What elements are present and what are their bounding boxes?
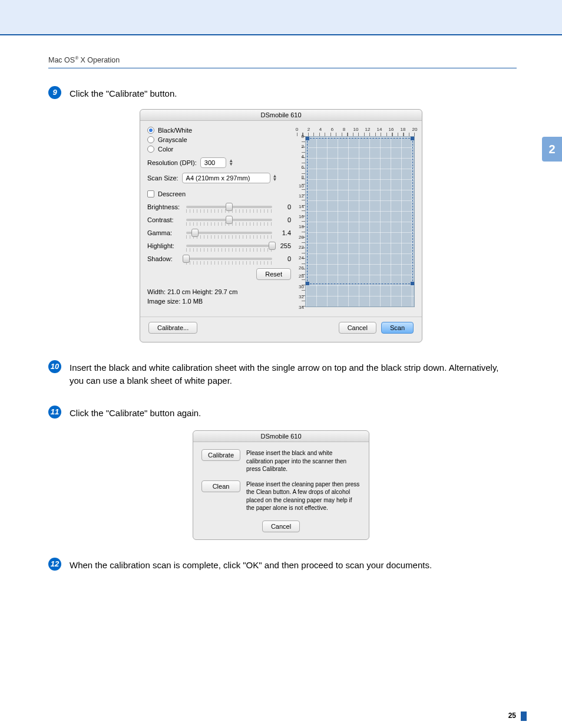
contrast-slider[interactable] — [186, 219, 272, 221]
reset-button[interactable]: Reset — [256, 268, 291, 280]
radio-color[interactable]: Color — [147, 146, 291, 153]
shadow-slider[interactable] — [186, 258, 272, 260]
calibrate-dialog-title: DSmobile 610 — [193, 431, 369, 442]
step-11-badge: 11 — [48, 406, 61, 419]
stepper-icon[interactable]: ▲▼ — [273, 174, 277, 182]
slider-thumb-icon[interactable] — [226, 203, 233, 211]
chapter-side-tab: 2 — [542, 137, 562, 162]
shadow-label: Shadow: — [147, 255, 181, 262]
top-band — [0, 0, 562, 34]
radio-grayscale[interactable]: Grayscale — [147, 136, 291, 143]
resolution-value: 300 — [204, 159, 215, 166]
step-10: 10 Insert the black and white calibratio… — [48, 360, 514, 388]
page-header: Mac OS® X Operation — [0, 35, 562, 68]
radio-bw[interactable]: Black/White — [147, 127, 291, 134]
clean-button[interactable]: Clean — [201, 480, 240, 492]
step-9-badge: 9 — [48, 86, 61, 99]
highlight-slider[interactable] — [186, 245, 272, 247]
slider-ticks-icon — [186, 261, 272, 265]
ruler-vertical: 0246810121416182022242628303234 — [297, 136, 305, 307]
step-11-text: Click the "Calibrate" button again. — [70, 406, 514, 420]
slider-ticks-icon — [186, 248, 272, 252]
scan-size-value: A4 (210mm x 297mm) — [186, 174, 250, 182]
calibrate-button[interactable]: Calibrate... — [148, 322, 197, 334]
step-10-badge: 10 — [48, 360, 61, 373]
slider-ticks-icon — [186, 235, 272, 239]
slider-thumb-icon[interactable] — [183, 255, 190, 263]
gamma-value: 1.4 — [277, 229, 291, 236]
highlight-label: Highlight: — [147, 242, 181, 249]
contrast-value: 0 — [277, 216, 291, 223]
resolution-select[interactable]: 300 — [200, 157, 226, 168]
gamma-slider[interactable] — [186, 232, 272, 234]
header-text-after: X Operation — [78, 56, 120, 64]
slider-thumb-icon[interactable] — [191, 229, 199, 237]
cancel-button[interactable]: Cancel — [339, 322, 376, 334]
radio-bw-label: Black/White — [158, 127, 192, 134]
shadow-value: 0 — [277, 255, 291, 262]
step-9-text: Click the "Calibrate" button. — [70, 86, 514, 101]
radio-icon — [147, 136, 154, 143]
step-12-text: When the calibration scan is complete, c… — [70, 558, 514, 572]
contrast-label: Contrast: — [147, 216, 181, 223]
header-underline — [48, 68, 517, 68]
selection-rect[interactable] — [307, 138, 413, 284]
step-12-badge: 12 — [48, 558, 61, 571]
radio-gray-label: Grayscale — [158, 136, 187, 143]
radio-icon — [147, 146, 154, 153]
step-12: 12 When the calibration scan is complete… — [48, 558, 514, 572]
step-10-text: Insert the black and white calibration s… — [70, 360, 514, 388]
info-width-height: Width: 21.0 cm Height: 29.7 cm — [147, 288, 291, 295]
page-number: 25 — [508, 711, 527, 721]
slider-thumb-icon[interactable] — [226, 216, 233, 224]
radio-color-label: Color — [158, 146, 173, 153]
scan-dialog-title: DSmobile 610 — [140, 110, 422, 121]
calibrate-clean-dialog: DSmobile 610 Calibrate Please insert the… — [193, 430, 369, 540]
brightness-value: 0 — [277, 203, 291, 210]
step-11: 11 Click the "Calibrate" button again. — [48, 406, 514, 420]
info-image-size: Image size: 1.0 MB — [147, 298, 291, 305]
descreen-checkbox[interactable]: Descreen — [147, 190, 291, 197]
calibrate-button[interactable]: Calibrate — [201, 449, 240, 461]
selection-handle-icon[interactable] — [306, 137, 309, 140]
brightness-label: Brightness: — [147, 203, 181, 210]
cancel-button[interactable]: Cancel — [262, 521, 300, 532]
brightness-slider[interactable] — [186, 206, 272, 208]
scan-preview[interactable] — [305, 136, 415, 307]
gamma-label: Gamma: — [147, 229, 181, 236]
scan-size-select[interactable]: A4 (210mm x 297mm) — [182, 173, 270, 183]
stepper-icon[interactable]: ▲▼ — [229, 159, 233, 166]
calibrate-instruction: Please insert the black and white calibr… — [246, 449, 361, 473]
header-text-before: Mac OS — [48, 56, 75, 64]
resolution-label: Resolution (DPI): — [147, 159, 197, 166]
highlight-value: 255 — [277, 242, 291, 249]
scan-size-label: Scan Size: — [147, 174, 178, 182]
clean-instruction: Please insert the cleaning paper then pr… — [246, 480, 361, 512]
descreen-label: Descreen — [158, 190, 186, 197]
scan-dialog: DSmobile 610 Black/White Grayscale Color… — [140, 109, 422, 342]
ruler-horizontal: 02468101214161820 — [297, 127, 415, 136]
radio-icon — [147, 127, 154, 134]
checkbox-icon — [147, 190, 154, 197]
slider-thumb-icon[interactable] — [269, 242, 276, 250]
selection-handle-icon[interactable] — [306, 282, 309, 285]
step-9: 9 Click the "Calibrate" button. — [48, 86, 514, 101]
scan-button[interactable]: Scan — [381, 322, 414, 334]
selection-handle-icon[interactable] — [411, 137, 414, 140]
selection-handle-icon[interactable] — [411, 282, 414, 285]
